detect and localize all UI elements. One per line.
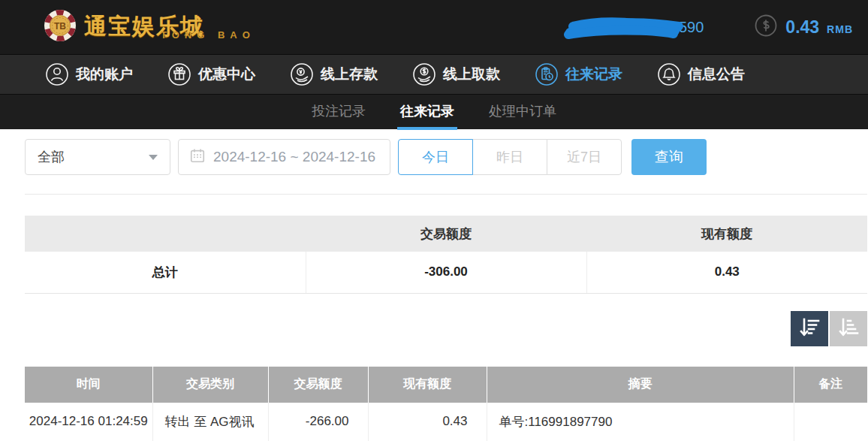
record-note	[794, 403, 867, 441]
main-nav: 我的账户 优惠中心 线上存款	[0, 54, 868, 94]
summary-total-row: 总计 -306.00 0.43	[25, 252, 867, 293]
balance-currency: RMB	[827, 23, 853, 35]
tab-label: 处理中订单	[489, 104, 556, 119]
summary-col-empty	[25, 216, 306, 252]
record-balance: 0.43	[368, 403, 487, 441]
records-table: 时间 交易类别 交易额度 现有额度 摘要 备注 2024-12-16 01:24…	[25, 367, 867, 441]
records-col-amount: 交易额度	[268, 367, 368, 403]
record-type: 转出 至 AG视讯	[152, 403, 268, 441]
quick-range-today[interactable]: 今日	[398, 139, 473, 175]
nav-label: 往来记录	[565, 65, 622, 84]
sort-ascending-button[interactable]	[830, 311, 867, 346]
date-range-value: 2024-12-16 ~ 2024-12-16	[213, 149, 375, 165]
type-select[interactable]: 全部	[25, 139, 170, 175]
site-logo[interactable]: TB 通宝娱乐城 TONG BAO	[44, 9, 255, 45]
poker-chip-icon: TB	[44, 9, 77, 45]
quick-range-group: 今日 昨日 近7日	[398, 139, 622, 175]
query-button[interactable]: 查询	[631, 139, 707, 175]
summary-col-trade-amount: 交易额度	[306, 216, 586, 252]
tab-transaction-records[interactable]: 往来记录	[397, 95, 457, 130]
clipboard-clock-icon	[535, 62, 559, 86]
summary-total-trade-amount: -306.00	[306, 252, 586, 293]
sort-descending-icon	[798, 317, 821, 340]
gift-icon	[167, 62, 191, 86]
records-col-balance: 现有额度	[368, 367, 487, 403]
sort-controls	[25, 311, 867, 346]
summary-header-row: 交易额度 现有额度	[25, 216, 867, 252]
record-amount: -266.00	[268, 403, 368, 441]
balance-amount: 0.43	[785, 17, 819, 38]
nav-item-withdraw[interactable]: 线上取款	[412, 62, 500, 86]
nav-item-announcements[interactable]: 信息公告	[657, 62, 745, 86]
record-summary: 单号:116991897790	[487, 403, 794, 441]
withdraw-coin-hand-icon	[412, 62, 436, 86]
bell-icon	[657, 62, 681, 86]
user-account-area[interactable]: ng8590	[562, 10, 713, 44]
tab-active-underline	[397, 127, 457, 130]
chevron-down-icon	[149, 155, 158, 160]
tab-label: 往来记录	[400, 104, 454, 119]
svg-text:TB: TB	[54, 21, 66, 32]
nav-label: 信息公告	[688, 65, 745, 84]
sub-nav: 投注记录 往来记录 处理中订单	[0, 94, 868, 129]
nav-item-transaction-records[interactable]: 往来记录	[535, 62, 622, 86]
summary-table: 交易额度 现有额度 总计 -306.00 0.43	[25, 216, 867, 294]
filter-row: 全部 2024-12-16 ~ 2024-12-16 今日 昨日 近7日 查询	[25, 139, 868, 175]
deposit-coin-hand-icon	[290, 62, 314, 86]
records-col-time: 时间	[25, 367, 152, 403]
nav-label: 线上存款	[321, 65, 378, 84]
record-time: 2024-12-16 01:24:59	[25, 403, 152, 441]
sort-descending-button[interactable]	[791, 311, 828, 346]
nav-label: 优惠中心	[198, 65, 255, 84]
date-range-input[interactable]: 2024-12-16 ~ 2024-12-16	[178, 139, 390, 175]
nav-item-promotions[interactable]: 优惠中心	[167, 62, 255, 86]
tab-bet-records[interactable]: 投注记录	[309, 95, 369, 130]
nav-label: 线上取款	[443, 65, 500, 84]
tab-label: 投注记录	[312, 104, 366, 119]
records-col-summary: 摘要	[487, 367, 794, 403]
user-icon	[45, 62, 69, 86]
sort-ascending-icon	[837, 317, 860, 340]
quick-range-last7days[interactable]: 近7日	[547, 139, 622, 175]
records-col-note: 备注	[794, 367, 867, 403]
logo-subtitle: TONG BAO	[161, 30, 255, 40]
records-header-row: 时间 交易类别 交易额度 现有额度 摘要 备注	[25, 367, 867, 403]
type-select-value: 全部	[38, 148, 65, 166]
balance-display[interactable]: 0.43 RMB	[754, 14, 853, 41]
dollar-coin-icon	[754, 14, 778, 41]
top-header: TB 通宝娱乐城 TONG BAO ng8590 0.43 RMB	[0, 0, 868, 54]
nav-item-deposit[interactable]: 线上存款	[290, 62, 378, 86]
nav-label: 我的账户	[76, 65, 133, 84]
calendar-icon	[189, 147, 206, 168]
tab-pending-orders[interactable]: 处理中订单	[486, 95, 559, 130]
section-divider	[25, 194, 867, 195]
quick-range-yesterday[interactable]: 昨日	[472, 139, 547, 175]
username-redaction-scribble	[562, 11, 689, 43]
nav-item-my-account[interactable]: 我的账户	[45, 62, 133, 86]
summary-col-balance: 现有额度	[586, 216, 867, 252]
summary-total-label: 总计	[25, 252, 306, 293]
summary-total-balance: 0.43	[586, 252, 867, 293]
records-col-type: 交易类别	[152, 367, 268, 403]
table-row: 2024-12-16 01:24:59 转出 至 AG视讯 -266.00 0.…	[25, 403, 867, 441]
